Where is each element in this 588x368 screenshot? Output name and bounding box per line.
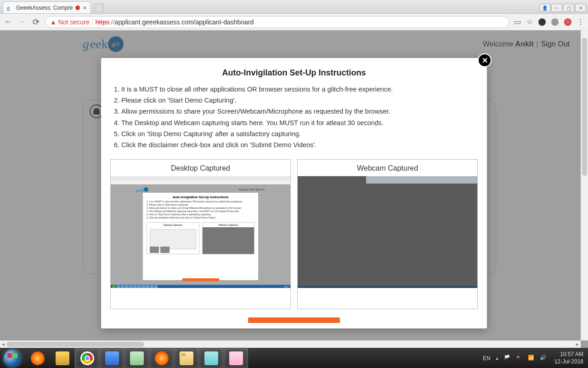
webcam-capture-label: Webcam Captured — [298, 160, 477, 176]
browser-tab-bar: g GeeekAssess: Compre × 👤 ─ ▢ ✕ — [0, 0, 588, 14]
taskbar-chrome-icon[interactable] — [74, 348, 99, 368]
divider — [92, 18, 93, 26]
extension-icon[interactable] — [551, 18, 559, 26]
not-secure-label: Not secure — [58, 18, 90, 26]
toolbar-right: ▭ ☆ ⋮ — [514, 17, 584, 26]
webcam-capture-preview — [298, 176, 477, 288]
windows-taskbar: EN ▲ 🏳️ ⚑ 📶 🔊 10:57 AM 12-Jul-2018 — [0, 348, 588, 368]
recording-indicator-icon — [75, 6, 80, 10]
extension-icon[interactable] — [538, 18, 546, 26]
taskbar-xampp-icon[interactable] — [50, 348, 74, 368]
reload-button[interactable]: ⟳ — [31, 17, 40, 27]
taskbar-explorer-icon[interactable] — [174, 348, 198, 368]
taskbar-firefox-icon[interactable] — [25, 348, 50, 368]
desktop-capture-preview: geek Welcome Ankit | Sign Out Auto-Invig… — [111, 176, 290, 288]
tray-volume-icon[interactable]: 🔊 — [540, 355, 547, 362]
tab-close-icon[interactable]: × — [83, 4, 86, 12]
instruction-item: Allow permissions to share your Screen/W… — [121, 106, 487, 117]
modal-close-button[interactable]: ✕ — [478, 53, 492, 67]
forward-button[interactable]: → — [17, 17, 27, 27]
language-indicator[interactable]: EN — [483, 355, 491, 362]
taskbar-winscp-icon[interactable] — [99, 348, 124, 368]
minimize-button[interactable]: ─ — [551, 4, 562, 12]
security-indicator[interactable]: ▲ Not secure — [50, 18, 90, 26]
instruction-item: Click on 'Stop Demo Capturing' after a s… — [121, 129, 487, 139]
instruction-item: Click the disclaimer check-box and click… — [121, 140, 487, 150]
submit-button-partial[interactable] — [248, 317, 340, 323]
taskbar-clock[interactable]: 10:57 AM 12-Jul-2018 — [552, 351, 583, 365]
instruction-item: It is a MUST to close all other applicat… — [121, 84, 487, 95]
horizontal-scrollbar[interactable]: ◄ ► — [0, 340, 581, 348]
desktop-capture-label: Desktop Captured — [111, 160, 290, 176]
tray-wifi-icon[interactable]: 📶 — [528, 355, 535, 362]
window-controls: 👤 ─ ▢ ✕ — [539, 4, 588, 13]
tray-shield-icon[interactable]: ⚑ — [516, 355, 523, 362]
start-button[interactable] — [0, 348, 25, 368]
desktop-capture-box: Desktop Captured geek Welcome Ankit | Si… — [110, 159, 291, 309]
maximize-button[interactable]: ▢ — [563, 4, 574, 12]
menu-icon[interactable]: ⋮ — [577, 17, 584, 26]
page-viewport: geek g/s Welcome Ankit | Sign Out ✕ Auto… — [0, 30, 588, 348]
tray-flag-icon[interactable]: 🏳️ — [504, 355, 511, 362]
vertical-scrollbar[interactable] — [581, 30, 588, 340]
bookmark-icon[interactable]: ☆ — [526, 17, 533, 26]
extension-icon[interactable] — [564, 18, 571, 26]
cast-icon[interactable]: ▭ — [514, 17, 521, 26]
instruction-item: Please click on 'Start Demo Capturing'. — [121, 95, 487, 106]
capture-previews: Desktop Captured geek Welcome Ankit | Si… — [101, 151, 487, 314]
back-button[interactable]: ← — [4, 17, 13, 27]
instruction-item: The Desktop and Webcam capturing starts … — [121, 118, 487, 128]
taskbar-paint-icon[interactable] — [223, 348, 248, 368]
instructions-modal: ✕ Auto-Invigilation Set-Up Instructions … — [101, 58, 487, 328]
instructions-list: It is a MUST to close all other applicat… — [101, 84, 487, 150]
webcam-capture-box: Webcam Captured — [297, 159, 478, 309]
modal-title: Auto-Invigilation Set-Up Instructions — [101, 68, 487, 78]
user-icon[interactable]: 👤 — [539, 4, 550, 12]
taskbar-firefox2-icon[interactable] — [149, 348, 174, 368]
new-tab-button[interactable] — [94, 4, 104, 12]
tab-favicon: g — [7, 5, 13, 11]
address-bar: ← → ⟳ ▲ Not secure https://applicant.gee… — [0, 14, 588, 30]
url-text: https://applicant.geeekassess.com/applic… — [96, 18, 254, 26]
taskbar-notepad-icon[interactable] — [124, 348, 149, 368]
tray-expand-icon[interactable]: ▲ — [495, 356, 499, 361]
tab-title: GeeekAssess: Compre — [16, 5, 73, 11]
browser-tab[interactable]: g GeeekAssess: Compre × — [3, 1, 91, 13]
taskbar-photoviewer-icon[interactable] — [198, 348, 223, 368]
warning-icon: ▲ — [50, 18, 57, 26]
address-field[interactable]: ▲ Not secure https://applicant.geeekasse… — [45, 16, 509, 28]
system-tray: EN ▲ 🏳️ ⚑ 📶 🔊 10:57 AM 12-Jul-2018 — [483, 351, 588, 365]
close-window-button[interactable]: ✕ — [575, 4, 586, 12]
